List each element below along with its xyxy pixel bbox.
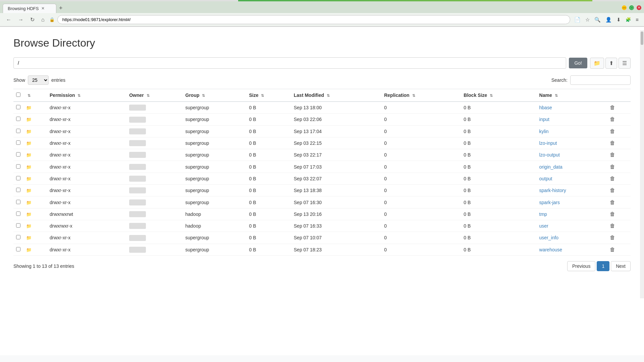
select-all-header[interactable]	[13, 89, 23, 102]
name-header[interactable]: Name ⇅	[537, 89, 607, 102]
browser-tab[interactable]: Browsing HDFS ✕	[3, 4, 56, 13]
row-checkbox[interactable]	[16, 176, 20, 180]
delete-button[interactable]: 🗑	[610, 128, 615, 134]
block-size-header[interactable]: Block Size ⇅	[461, 89, 536, 102]
delete-button[interactable]: 🗑	[610, 223, 615, 229]
delete-button[interactable]: 🗑	[610, 105, 615, 111]
delete-button[interactable]: 🗑	[610, 211, 615, 217]
delete-button[interactable]: 🗑	[610, 235, 615, 241]
row-delete-cell[interactable]: 🗑	[607, 125, 631, 137]
row-checkbox-cell[interactable]	[13, 102, 23, 114]
row-checkbox[interactable]	[16, 105, 20, 109]
dir-link[interactable]: user_info	[539, 235, 559, 240]
scrollbar-thumb[interactable]	[641, 32, 643, 45]
dir-link[interactable]: output	[539, 176, 552, 181]
row-delete-cell[interactable]: 🗑	[607, 244, 631, 255]
row-checkbox[interactable]	[16, 247, 20, 251]
row-name[interactable]: user_info	[537, 232, 607, 244]
row-delete-cell[interactable]: 🗑	[607, 149, 631, 161]
row-delete-cell[interactable]: 🗑	[607, 196, 631, 208]
row-name[interactable]: input	[537, 114, 607, 125]
delete-button[interactable]: 🗑	[610, 116, 615, 122]
sort-icon-header[interactable]: ⇅	[23, 89, 47, 102]
scrollbar[interactable]	[640, 30, 644, 298]
row-name[interactable]: kylin	[537, 125, 607, 137]
new-tab-button[interactable]: +	[56, 3, 65, 13]
delete-button[interactable]: 🗑	[610, 164, 615, 170]
folder-icon-button[interactable]: 📁	[590, 58, 604, 69]
dir-link[interactable]: spark-history	[539, 188, 566, 193]
row-name[interactable]: spark-jars	[537, 196, 607, 208]
row-delete-cell[interactable]: 🗑	[607, 185, 631, 196]
delete-button[interactable]: 🗑	[610, 199, 615, 205]
owner-header[interactable]: Owner ⇅	[126, 89, 182, 102]
row-checkbox[interactable]	[16, 188, 20, 192]
download-nav-icon[interactable]: ⬇	[615, 15, 622, 24]
delete-button[interactable]: 🗑	[610, 187, 615, 193]
row-delete-cell[interactable]: 🗑	[607, 161, 631, 173]
dir-link[interactable]: warehouse	[539, 247, 562, 252]
row-checkbox[interactable]	[16, 200, 20, 204]
row-checkbox[interactable]	[16, 140, 20, 145]
minimize-button[interactable]: —	[622, 5, 627, 10]
page-1-button[interactable]: 1	[597, 261, 609, 271]
dir-link[interactable]: user	[539, 223, 548, 229]
row-name[interactable]: tmp	[537, 208, 607, 220]
row-checkbox[interactable]	[16, 212, 20, 216]
row-delete-cell[interactable]: 🗑	[607, 208, 631, 220]
delete-button[interactable]: 🗑	[610, 247, 615, 253]
row-checkbox-cell[interactable]	[13, 208, 23, 220]
address-bar[interactable]	[57, 15, 571, 24]
go-button[interactable]: Go!	[569, 58, 587, 68]
permission-header[interactable]: Permission ⇅	[47, 89, 126, 102]
row-name[interactable]: user	[537, 220, 607, 232]
next-button[interactable]: Next	[611, 261, 631, 271]
back-button[interactable]: ←	[4, 15, 13, 24]
row-delete-cell[interactable]: 🗑	[607, 220, 631, 232]
row-delete-cell[interactable]: 🗑	[607, 114, 631, 125]
account-nav-icon[interactable]: 👤	[604, 15, 613, 24]
row-checkbox-cell[interactable]	[13, 149, 23, 161]
row-delete-cell[interactable]: 🗑	[607, 102, 631, 114]
row-checkbox[interactable]	[16, 235, 20, 239]
row-delete-cell[interactable]: 🗑	[607, 137, 631, 149]
row-checkbox-cell[interactable]	[13, 220, 23, 232]
extension-icon[interactable]: 🧩	[624, 16, 632, 23]
row-checkbox-cell[interactable]	[13, 173, 23, 184]
dir-link[interactable]: lzo-output	[539, 152, 560, 158]
list-icon-button[interactable]: ☰	[619, 58, 631, 69]
size-header[interactable]: Size ⇅	[247, 89, 291, 102]
forward-button[interactable]: →	[16, 15, 25, 24]
dir-link[interactable]: lzo-input	[539, 140, 557, 146]
bookmark-icon[interactable]: ☆	[584, 15, 591, 24]
last-modified-header[interactable]: Last Modified ⇅	[291, 89, 381, 102]
menu-icon[interactable]: ≡	[634, 15, 640, 24]
row-checkbox[interactable]	[16, 223, 20, 228]
maximize-button[interactable]: ▢	[629, 5, 634, 10]
dir-link[interactable]: spark-jars	[539, 200, 560, 205]
upload-icon-button[interactable]: ⬆	[605, 58, 617, 69]
row-checkbox-cell[interactable]	[13, 232, 23, 244]
dir-link[interactable]: input	[539, 117, 549, 122]
row-checkbox-cell[interactable]	[13, 125, 23, 137]
group-header[interactable]: Group ⇅	[183, 89, 247, 102]
row-checkbox-cell[interactable]	[13, 137, 23, 149]
home-button[interactable]: ⌂	[39, 15, 47, 24]
select-all-checkbox[interactable]	[16, 93, 20, 97]
row-name[interactable]: lzo-output	[537, 149, 607, 161]
row-name[interactable]: spark-history	[537, 185, 607, 196]
delete-button[interactable]: 🗑	[610, 176, 615, 182]
replication-header[interactable]: Replication ⇅	[381, 89, 461, 102]
reader-view-icon[interactable]: 📄	[573, 15, 582, 24]
search-nav-icon[interactable]: 🔍	[593, 15, 602, 24]
row-checkbox-cell[interactable]	[13, 161, 23, 173]
dir-link[interactable]: tmp	[539, 212, 547, 217]
row-delete-cell[interactable]: 🗑	[607, 232, 631, 244]
row-checkbox[interactable]	[16, 152, 20, 157]
previous-button[interactable]: Previous	[567, 261, 595, 271]
tab-close-button[interactable]: ✕	[41, 6, 45, 11]
row-checkbox[interactable]	[16, 117, 20, 121]
close-button[interactable]: ✕	[637, 5, 641, 10]
row-checkbox-cell[interactable]	[13, 185, 23, 196]
row-name[interactable]: lzo-input	[537, 137, 607, 149]
